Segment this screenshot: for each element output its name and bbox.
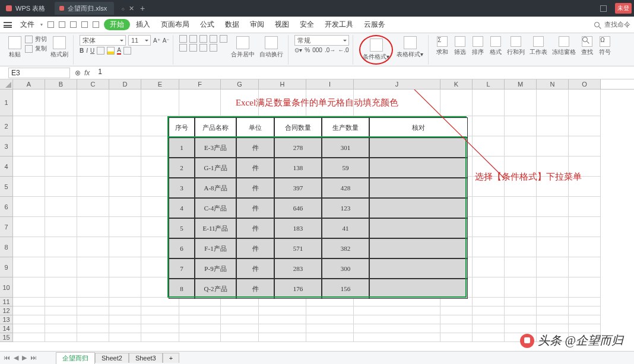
menu-data[interactable]: 数据 — [220, 20, 244, 30]
table-cell[interactable]: 7 — [169, 258, 195, 279]
cell-style-button[interactable] — [123, 47, 131, 55]
table-cell[interactable]: 571 — [274, 238, 322, 258]
col-header-F[interactable]: F — [179, 79, 221, 89]
copy-button[interactable]: 复制 — [25, 44, 47, 53]
currency-icon[interactable]: ⊙▾ — [294, 47, 302, 53]
menu-cloud[interactable]: 云服务 — [359, 20, 390, 30]
col-header-B[interactable]: B — [45, 79, 77, 89]
tab-close-icon[interactable]: ✕ — [129, 5, 134, 12]
row-header-7[interactable]: 7 — [0, 217, 13, 237]
table-cell[interactable]: 1 — [169, 138, 195, 158]
table-cell[interactable]: 301 — [322, 138, 369, 158]
formula-input[interactable]: 1 — [94, 68, 634, 78]
table-cell[interactable]: 123 — [322, 198, 369, 218]
table-cell[interactable]: 件 — [236, 178, 274, 198]
increase-font-icon[interactable]: A⁺ — [153, 37, 160, 44]
sheet-tab-3[interactable]: Sheet3 — [129, 353, 163, 363]
row-header-14[interactable]: 14 — [0, 324, 13, 333]
table-cell[interactable]: 183 — [274, 218, 322, 238]
table-cell[interactable]: 件 — [236, 158, 274, 178]
sheet-nav-first-icon[interactable]: ⏮ — [4, 354, 10, 362]
sum-button[interactable]: Σ求和 — [435, 35, 450, 58]
increase-decimal-icon[interactable]: .0→ — [325, 47, 335, 53]
table-cell[interactable] — [369, 138, 468, 158]
menu-layout[interactable]: 页面布局 — [156, 20, 194, 30]
table-cell[interactable]: C-4产品 — [195, 198, 236, 218]
menu-formula[interactable]: 公式 — [195, 20, 219, 30]
underline-button[interactable]: U — [90, 47, 94, 54]
table-style-button[interactable]: 表格样式▾ — [395, 35, 424, 60]
table-cell[interactable]: 646 — [274, 198, 322, 218]
font-name-select[interactable]: 宋体 — [80, 35, 126, 46]
row-header-3[interactable]: 3 — [0, 136, 13, 157]
table-cell[interactable] — [369, 238, 468, 258]
col-header-H[interactable]: H — [259, 79, 306, 89]
search-label[interactable]: 查找命令 — [604, 20, 630, 29]
qat-print-icon[interactable] — [59, 21, 65, 28]
align-middle-icon[interactable] — [189, 35, 197, 43]
row-header-6[interactable]: 6 — [0, 197, 13, 217]
sheet-tab-add[interactable]: + — [163, 353, 179, 363]
menu-view[interactable]: 视图 — [270, 20, 294, 30]
table-cell[interactable] — [369, 198, 468, 218]
indent-inc-icon[interactable] — [220, 35, 227, 43]
qat-save-icon[interactable] — [47, 21, 54, 28]
table-cell[interactable]: 件 — [236, 238, 274, 258]
sheet-nav-last-icon[interactable]: ⏭ — [30, 354, 37, 362]
table-cell[interactable]: P-9产品 — [195, 258, 236, 279]
table-cell[interactable]: 176 — [274, 279, 322, 299]
col-header-A[interactable]: A — [13, 79, 45, 89]
select-all-corner[interactable] — [0, 79, 13, 89]
align-center-icon[interactable] — [189, 44, 197, 52]
wrap-text-button[interactable]: 自动换行 — [258, 35, 284, 60]
table-cell[interactable]: 3 — [169, 178, 195, 198]
row-header-9[interactable]: 9 — [0, 257, 13, 277]
menu-security[interactable]: 安全 — [295, 20, 319, 30]
hamburger-icon[interactable] — [4, 22, 12, 28]
table-cell[interactable] — [369, 218, 468, 238]
qat-redo-icon[interactable] — [93, 21, 99, 28]
qat-preview-icon[interactable] — [70, 21, 77, 28]
fx-icon[interactable]: fx — [84, 69, 90, 77]
worksheet-button[interactable]: 工作表 — [528, 35, 549, 58]
login-badge[interactable]: 未登 — [615, 3, 632, 14]
fill-color-button[interactable] — [107, 47, 115, 55]
qat-undo-icon[interactable] — [81, 21, 88, 28]
col-header-D[interactable]: D — [109, 79, 141, 89]
table-cell[interactable]: 156 — [322, 279, 369, 299]
sheet-tab-active[interactable]: 企望而归 — [56, 352, 95, 364]
row-header-2[interactable]: 2 — [0, 116, 13, 136]
new-tab-button[interactable]: + — [134, 4, 151, 13]
menu-file[interactable]: 文件 — [15, 20, 39, 30]
table-cell[interactable]: E-11产品 — [195, 218, 236, 238]
table-cell[interactable]: 6 — [169, 238, 195, 258]
table-cell[interactable]: G-1产品 — [195, 158, 236, 178]
table-cell[interactable] — [369, 258, 468, 279]
col-header-J[interactable]: J — [354, 79, 440, 89]
align-top-icon[interactable] — [179, 35, 187, 43]
table-cell[interactable]: 397 — [274, 178, 322, 198]
search-icon[interactable] — [594, 22, 600, 27]
table-cell[interactable]: 件 — [236, 138, 274, 158]
bold-button[interactable]: B — [80, 47, 84, 54]
indent-dec-icon[interactable] — [210, 35, 217, 43]
percent-icon[interactable]: % — [305, 47, 310, 53]
font-size-select[interactable]: 11 — [128, 35, 151, 46]
filter-button[interactable]: 筛选 — [452, 35, 468, 58]
symbol-button[interactable]: Ω符号 — [597, 35, 613, 58]
table-cell[interactable]: 4 — [169, 198, 195, 218]
row-header-10[interactable]: 10 — [0, 277, 13, 298]
sort-button[interactable]: 排序 — [470, 35, 486, 58]
row-header-13[interactable]: 13 — [0, 315, 13, 324]
tab-pin-icon[interactable]: ⬦ — [121, 5, 125, 12]
table-cell[interactable] — [369, 279, 468, 299]
col-header-K[interactable]: K — [440, 79, 473, 89]
table-cell[interactable]: 300 — [322, 258, 369, 279]
table-cell[interactable]: 2 — [169, 158, 195, 178]
table-cell[interactable]: F-1产品 — [195, 238, 236, 258]
table-cell[interactable]: E-3产品 — [195, 138, 236, 158]
table-cell[interactable]: Q-2产品 — [195, 279, 236, 299]
table-cell[interactable]: A-8产品 — [195, 178, 236, 198]
col-header-I[interactable]: I — [306, 79, 354, 89]
col-header-M[interactable]: M — [505, 79, 537, 89]
